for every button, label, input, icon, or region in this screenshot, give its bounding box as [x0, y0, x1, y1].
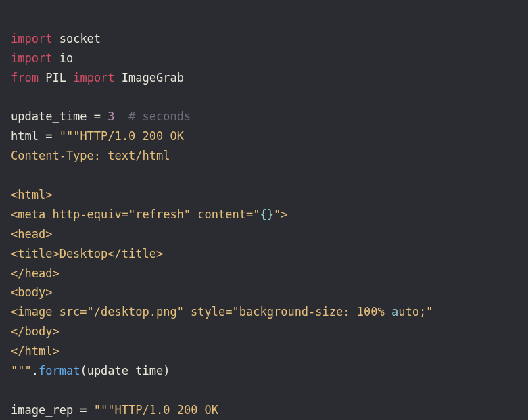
code-line: image_rep = """HTTP/1.0 200 OK: [11, 403, 218, 417]
code-line: </html>: [11, 344, 59, 358]
code-line: from PIL import ImageGrab: [11, 71, 184, 85]
code-line: import socket: [11, 32, 101, 45]
code-line: update_time = 3 # seconds: [11, 110, 191, 123]
code-line: """.format(update_time): [11, 364, 170, 377]
code-line: </head>: [11, 266, 59, 280]
code-line: <head>: [11, 227, 52, 241]
code-line: html = """HTTP/1.0 200 OK: [11, 129, 184, 143]
code-line: <image src="/desktop.png" style="backgro…: [11, 305, 433, 319]
code-line: import io: [11, 51, 73, 65]
code-line: </body>: [11, 325, 59, 338]
code-line: Content-Type: text/html: [11, 149, 170, 162]
code-editor: { "lines": { "l1_kw1": "import", "l1_mod…: [0, 0, 528, 420]
code-line: <html>: [11, 188, 52, 202]
code-line: <meta http-equiv="refresh" content="{}">: [11, 208, 287, 221]
code-line: <title>Desktop</title>: [11, 247, 163, 260]
code-line: <body>: [11, 285, 52, 299]
